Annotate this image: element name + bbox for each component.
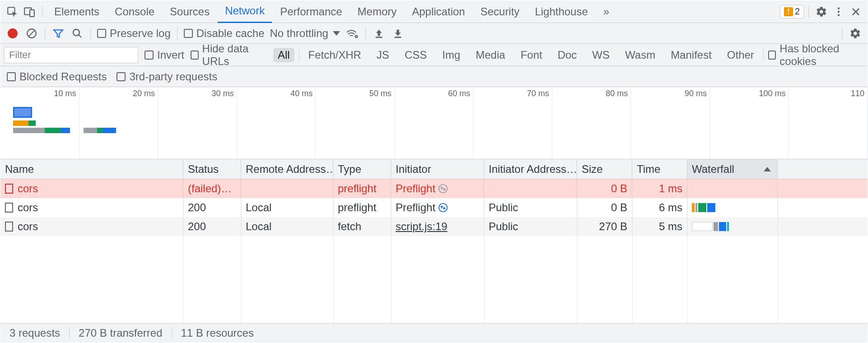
- type-filter-media[interactable]: Media: [471, 48, 509, 62]
- issues-badge[interactable]: ! 2: [780, 5, 804, 19]
- divider: [172, 328, 172, 338]
- has-blocked-cookies-checkbox[interactable]: Has blocked cookies: [768, 42, 864, 68]
- network-settings-gear-icon[interactable]: [849, 27, 862, 40]
- request-time: 5 ms: [632, 217, 687, 236]
- svg-point-7: [73, 29, 79, 36]
- tab-memory[interactable]: Memory: [350, 0, 404, 23]
- type-filter-css[interactable]: CSS: [400, 48, 431, 62]
- col-initiator[interactable]: Initiator: [391, 159, 484, 179]
- col-waterfall-extra[interactable]: [778, 159, 868, 179]
- filter-input[interactable]: [4, 47, 138, 63]
- tab-application[interactable]: Application: [405, 0, 472, 23]
- status-requests: 3 requests: [9, 327, 60, 339]
- file-icon: [5, 184, 13, 194]
- timeline-bars: [13, 107, 116, 133]
- issues-count: 2: [795, 6, 800, 17]
- col-type[interactable]: Type: [333, 159, 391, 179]
- col-status[interactable]: Status: [183, 159, 241, 179]
- third-party-label: 3rd-party requests: [129, 70, 217, 83]
- inspect-element-icon[interactable]: [4, 4, 20, 20]
- type-filter-other[interactable]: Other: [723, 48, 759, 62]
- close-devtools-icon[interactable]: [848, 4, 864, 20]
- network-conditions-icon[interactable]: [345, 27, 359, 40]
- download-har-icon[interactable]: [391, 27, 405, 40]
- throttling-label: No throttling: [270, 27, 328, 40]
- table-row[interactable]: cors(failed)…preflightPreflight0 B1 ms: [0, 179, 868, 198]
- request-type: fetch: [333, 217, 391, 236]
- request-waterfall-extra: [778, 179, 868, 198]
- filter-toggle-icon[interactable]: [51, 27, 65, 40]
- request-status: (failed)…: [183, 179, 241, 198]
- request-type: preflight: [333, 179, 391, 198]
- tab-more[interactable]: »: [596, 0, 616, 23]
- sort-asc-icon: [764, 167, 771, 172]
- hide-data-urls-checkbox[interactable]: Hide data URLs: [191, 42, 267, 68]
- status-resources: 11 B resources: [181, 327, 254, 339]
- col-time[interactable]: Time: [632, 159, 687, 179]
- request-remote-address: Local: [241, 217, 333, 236]
- timeline-tick: 40 ms: [290, 89, 313, 98]
- filter-bar-2: Blocked Requests 3rd-party requests: [0, 66, 868, 87]
- upload-har-icon[interactable]: [372, 27, 386, 40]
- request-waterfall: [687, 198, 778, 217]
- blocked-requests-checkbox[interactable]: Blocked Requests: [7, 70, 107, 83]
- table-row[interactable]: cors200LocalpreflightPreflightPublic0 B6…: [0, 198, 868, 217]
- tab-performance[interactable]: Performance: [273, 0, 349, 23]
- preserve-log-label: Preserve log: [110, 27, 171, 40]
- kebab-menu-icon[interactable]: [831, 4, 847, 20]
- tab-lighthouse[interactable]: Lighthouse: [527, 0, 595, 23]
- disable-cache-checkbox[interactable]: Disable cache: [184, 27, 265, 40]
- type-filter-wasm[interactable]: Wasm: [621, 48, 660, 62]
- request-name: cors: [18, 201, 38, 214]
- type-filter-fetchxhr[interactable]: Fetch/XHR: [303, 48, 365, 62]
- svg-point-8: [355, 35, 358, 38]
- record-button[interactable]: [6, 27, 19, 40]
- divider: [808, 5, 809, 18]
- col-size[interactable]: Size: [577, 159, 632, 179]
- col-name[interactable]: Name: [0, 159, 183, 179]
- tab-sources[interactable]: Sources: [163, 0, 217, 23]
- request-remote-address: [241, 179, 333, 198]
- col-waterfall[interactable]: Waterfall: [687, 159, 778, 179]
- col-initiator-address[interactable]: Initiator Address…: [484, 159, 577, 179]
- timeline-tick: 90 ms: [685, 89, 707, 98]
- settings-gear-icon[interactable]: [813, 4, 830, 20]
- type-filter-all[interactable]: All: [273, 48, 294, 62]
- request-status: 200: [183, 198, 241, 217]
- timeline-tick: 30 ms: [212, 89, 234, 98]
- preflight-icon: [438, 184, 448, 194]
- divider: [42, 5, 42, 18]
- tab-console[interactable]: Console: [107, 0, 162, 23]
- search-icon[interactable]: [70, 27, 84, 40]
- type-filter-ws[interactable]: WS: [588, 48, 614, 62]
- throttling-select[interactable]: No throttling: [270, 27, 340, 40]
- col-remote-address[interactable]: Remote Address…: [241, 159, 333, 179]
- divider: [842, 27, 842, 40]
- divider: [45, 27, 45, 40]
- svg-point-11: [439, 185, 447, 193]
- clear-button[interactable]: [25, 27, 38, 40]
- divider: [90, 27, 91, 40]
- type-filter-img[interactable]: Img: [438, 48, 465, 62]
- preserve-log-checkbox[interactable]: Preserve log: [97, 27, 171, 40]
- tab-elements[interactable]: Elements: [47, 0, 107, 23]
- request-name: cors: [18, 220, 38, 233]
- type-filter-doc[interactable]: Doc: [553, 48, 582, 62]
- type-filter-js[interactable]: JS: [372, 48, 394, 62]
- request-initiator[interactable]: script.js:19: [396, 220, 448, 233]
- tab-security[interactable]: Security: [473, 0, 527, 23]
- timeline-overview[interactable]: 10 ms 20 ms 30 ms 40 ms 50 ms 60 ms 70 m…: [0, 87, 868, 159]
- blocked-requests-label: Blocked Requests: [19, 70, 107, 83]
- request-status: 200: [183, 217, 241, 236]
- filter-bar: Invert Hide data URLs All Fetch/XHR JS C…: [0, 44, 868, 66]
- tab-network[interactable]: Network: [218, 0, 272, 23]
- type-filter-manifest[interactable]: Manifest: [666, 48, 716, 62]
- warning-icon: !: [784, 7, 793, 16]
- device-toolbar-icon[interactable]: [21, 4, 37, 20]
- type-filter-font[interactable]: Font: [516, 48, 547, 62]
- status-bar: 3 requests 270 B transferred 11 B resour…: [0, 324, 868, 343]
- invert-checkbox[interactable]: Invert: [145, 49, 184, 61]
- table-row[interactable]: cors200Localfetchscript.js:19Public270 B…: [0, 217, 868, 236]
- file-icon: [5, 203, 13, 213]
- third-party-checkbox[interactable]: 3rd-party requests: [117, 70, 217, 83]
